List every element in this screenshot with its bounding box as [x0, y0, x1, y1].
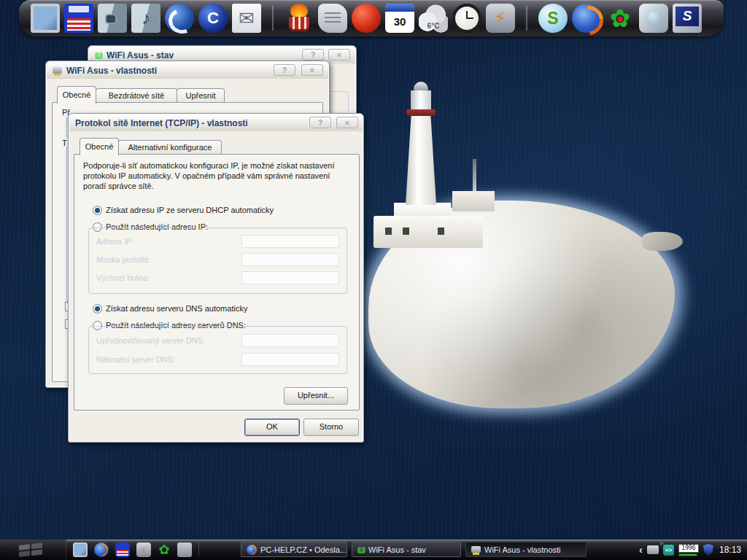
window-tcpip: Protokol sítě Internet (TCP/IP) - vlastn… [68, 113, 364, 443]
wireless-icon: ((¡)) [95, 52, 102, 59]
calendar-icon[interactable]: 30 [385, 4, 414, 33]
close-button[interactable]: ✕ [336, 117, 358, 128]
system-tray: ‹ <> 1996 18:13 [639, 540, 747, 560]
printer-quicklaunch-icon[interactable] [177, 542, 192, 557]
taskbar-separator [198, 542, 199, 557]
script-icon[interactable] [318, 4, 347, 33]
network-adapter-icon [53, 67, 62, 74]
music-glyph: ♪ [131, 4, 160, 33]
wireless-icon: ((¡)) [357, 546, 365, 553]
uses-items-label: T [62, 139, 67, 147]
monitor-s-icon[interactable]: S [673, 4, 702, 33]
subnet-mask-input [241, 253, 339, 266]
skype-glyph: S [538, 4, 568, 33]
wifi-stav-title: WiFi Asus - stav [107, 50, 174, 61]
ip-address-label: Adresa IP: [96, 237, 133, 246]
photo-frame-icon[interactable] [31, 4, 60, 33]
icq-glyph: ✿ [157, 542, 171, 557]
help-button[interactable]: ? [309, 117, 331, 128]
cancel-button[interactable]: Storno [303, 419, 359, 436]
dock: ♪ C ✉ 30 6°C ⚡ S ✿ S [19, 0, 724, 36]
tab-bezdratove-site[interactable]: Bezdrátové sítě [96, 88, 177, 104]
task-wifi-vlastnosti[interactable]: WiFi Asus - vlastnosti [465, 542, 587, 557]
firefox-quicklaunch-icon[interactable] [94, 542, 109, 557]
icq-icon[interactable]: ✿ [605, 4, 635, 33]
desktop: ♪ C ✉ 30 6°C ⚡ S ✿ S ((¡)) WiFi Asus - s… [0, 0, 747, 560]
firefox-icon [247, 545, 257, 555]
ok-button[interactable]: OK [244, 419, 300, 436]
lighthouse-antenna [473, 159, 476, 194]
alternate-dns-label: Náhradní server DNS: [96, 355, 175, 364]
help-button[interactable]: ? [274, 64, 295, 76]
house-window [438, 228, 444, 235]
radio-dns-auto[interactable] [93, 304, 102, 314]
task-wifi-vlastnosti-label: WiFi Asus - vlastnosti [484, 545, 561, 554]
lighthouse-annex-building [452, 191, 495, 211]
skype-icon[interactable]: S [538, 4, 568, 33]
default-gateway-label: Výchozí brána: [96, 273, 150, 282]
teal-app-tray-icon[interactable]: <> [663, 545, 674, 556]
preferred-dns-input [241, 334, 339, 347]
task-pchelp[interactable]: PC-HELP.CZ • Odesla... [241, 542, 347, 557]
close-button[interactable]: ✕ [301, 64, 323, 76]
google-earth-icon[interactable] [165, 4, 194, 33]
webcam-icon[interactable] [639, 4, 668, 33]
ram-meter-bar [678, 553, 697, 556]
lighthouse-lantern [411, 90, 431, 109]
icq-quicklaunch-icon[interactable]: ✿ [157, 542, 171, 557]
tcpip-title: Protokol sítě Internet (TCP/IP) - vlastn… [75, 118, 248, 128]
mail-icon[interactable]: ✉ [232, 4, 261, 33]
monitor-s-glyph: S [673, 4, 702, 33]
tab-obecne[interactable]: Obecné [57, 86, 96, 104]
tray-chevron-icon[interactable]: ‹ [639, 540, 643, 559]
ram-meter-value: 1996 [678, 544, 699, 553]
windows-flag-icon [19, 542, 44, 557]
lighthouse-tower [406, 116, 436, 205]
winamp-quicklaunch-icon[interactable]: ⚡ [136, 542, 151, 557]
tab-upresnit[interactable]: Upřesnit [177, 88, 225, 104]
ip-address-input [241, 235, 339, 248]
c-ball-glyph: C [198, 4, 228, 33]
tab-alternativni-konfigurace[interactable]: Alternativní konfigurace [118, 140, 222, 155]
music-icon[interactable]: ♪ [131, 4, 160, 33]
icq-glyph: ✿ [605, 4, 635, 33]
floppy-quicklaunch-icon[interactable] [115, 542, 130, 557]
mail-glyph: ✉ [232, 4, 261, 33]
network-adapter-icon [471, 546, 481, 553]
lighthouse-red-ring [406, 109, 436, 116]
red-app-icon[interactable] [352, 4, 381, 33]
radio-dhcp-auto-label[interactable]: Získat adresu IP ze serveru DHCP automat… [106, 206, 274, 214]
floppy-icon[interactable] [64, 4, 93, 33]
calendar-date: 30 [385, 4, 414, 33]
alternate-dns-input [241, 353, 339, 366]
close-button[interactable]: ✕ [328, 49, 350, 61]
radio-dns-auto-label[interactable]: Získat adresu serveru DNS automaticky [106, 304, 247, 313]
taskbar-clock[interactable]: 18:13 [718, 545, 741, 555]
task-wifi-stav-label: WiFi Asus - stav [368, 545, 426, 554]
lighthouse-dome [414, 82, 428, 90]
nero-burning-icon[interactable] [285, 4, 314, 33]
show-desktop-icon[interactable] [73, 542, 88, 557]
tab-obecne[interactable]: Obecné [80, 138, 119, 155]
advanced-button[interactable]: Upřesnit... [284, 387, 348, 405]
dns-groupbox [88, 326, 347, 374]
house-window [385, 228, 392, 235]
start-button[interactable] [0, 540, 66, 560]
subnet-mask-label: Maska podsítě: [96, 255, 151, 264]
task-wifi-stav[interactable]: ((¡)) WiFi Asus - stav [352, 542, 461, 557]
winamp-icon[interactable]: ⚡ [486, 4, 515, 33]
security-shield-icon[interactable] [703, 544, 713, 556]
preferred-dns-label: Upřednostňovaný server DNS: [96, 336, 205, 345]
clock-icon[interactable] [452, 4, 481, 33]
help-button[interactable]: ? [302, 49, 324, 61]
weather-icon[interactable]: 6°C [419, 4, 448, 33]
c-ball-icon[interactable]: C [198, 4, 228, 33]
photo-viewer-icon[interactable] [98, 4, 127, 33]
ram-meter-tray[interactable]: 1996 [678, 544, 699, 556]
task-pchelp-label: PC-HELP.CZ • Odesla... [260, 545, 347, 554]
wifi-vlastnosti-title: WiFi Asus - vlastnosti [66, 66, 157, 76]
network-tray-icon[interactable] [647, 545, 659, 554]
default-gateway-input [241, 271, 339, 284]
radio-dhcp-auto[interactable] [93, 206, 102, 215]
firefox-icon[interactable] [572, 4, 601, 33]
